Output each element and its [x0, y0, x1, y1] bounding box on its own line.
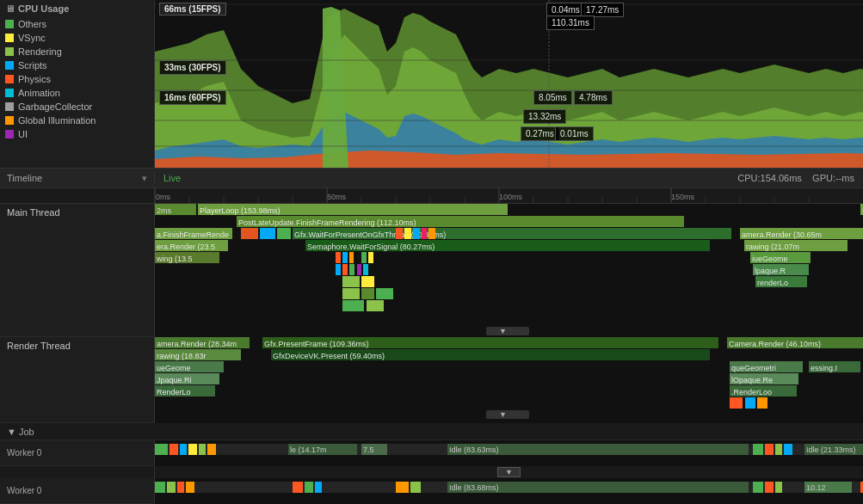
- svg-text:queGeometri: queGeometri: [731, 364, 776, 372]
- render-thread-track[interactable]: amera.Render (28.34m Gfx.PresentFrame (1…: [155, 337, 863, 423]
- svg-text:a.FinishFrameRende: a.FinishFrameRende: [157, 230, 229, 239]
- svg-rect-83: [361, 276, 374, 287]
- time-ruler: 0ms 50ms 100ms 150ms: [0, 188, 863, 204]
- worker0-second-track[interactable]: Idle (83.68ms) 10.12: [155, 478, 863, 504]
- legend-item-animation: Animation: [5, 86, 149, 100]
- svg-text:lpaque.R: lpaque.R: [755, 267, 786, 275]
- ruler-spacer: [0, 188, 155, 203]
- cpu-legend: 🖥 CPU Usage OthersVSyncRenderingScriptsP…: [0, 0, 155, 168]
- svg-rect-128: [170, 444, 178, 455]
- svg-text:▼: ▼: [499, 327, 507, 335]
- worker0-label: Worker 0: [0, 440, 155, 465]
- legend-item-label: Animation: [18, 88, 60, 98]
- svg-text:renderLo: renderLo: [757, 279, 788, 287]
- legend-color-swatch: [5, 34, 14, 42]
- svg-rect-124: [486, 410, 529, 419]
- svg-rect-79: [349, 264, 354, 275]
- timeline-dropdown-icon[interactable]: ▾: [142, 173, 147, 184]
- svg-rect-75: [361, 252, 367, 263]
- svg-rect-86: [376, 288, 393, 299]
- job-label: Job: [19, 427, 34, 437]
- svg-rect-88: [367, 300, 384, 311]
- cpu-usage-panel: 🖥 CPU Usage OthersVSyncRenderingScriptsP…: [0, 0, 863, 168]
- svg-text:rawing (21.07m: rawing (21.07m: [746, 243, 799, 251]
- svg-rect-154: [315, 482, 322, 493]
- svg-rect-85: [361, 288, 374, 299]
- ruler-ticks: 0ms 50ms 100ms 150ms: [155, 188, 863, 203]
- svg-text:lOpaque.Re: lOpaque.Re: [731, 376, 773, 384]
- svg-text:0ms: 0ms: [156, 193, 171, 201]
- svg-rect-78: [342, 264, 348, 275]
- svg-text:RenderLo: RenderLo: [157, 388, 191, 396]
- svg-text:PostLateUpdate.FinishFrameRend: PostLateUpdate.FinishFrameRendering (112…: [238, 218, 416, 227]
- timeline-label[interactable]: Timeline ▾: [0, 173, 155, 184]
- cpu-chart-svg: [155, 0, 863, 168]
- legend-heading: CPU Usage: [18, 3, 69, 14]
- legend-item-label: Others: [18, 19, 46, 29]
- legend-color-swatch: [5, 116, 14, 125]
- svg-rect-46: [241, 228, 258, 239]
- svg-text:essing.I: essing.I: [811, 364, 837, 372]
- svg-text:amera.Render (28.34m: amera.Render (28.34m: [157, 340, 237, 348]
- svg-rect-67: [396, 228, 403, 239]
- legend-color-swatch: [5, 47, 14, 56]
- legend-item-physics: Physics: [5, 72, 149, 86]
- scroll-down-icon[interactable]: ▼: [497, 467, 521, 477]
- svg-text:le (14.17m: le (14.17m: [290, 446, 327, 454]
- svg-text:10.12: 10.12: [806, 483, 826, 492]
- timeline-bar: Timeline ▾ Live CPU:154.06ms GPU:--ms: [0, 168, 863, 188]
- svg-text:PlayerLoop (153.98ms): PlayerLoop (153.98ms): [200, 206, 280, 215]
- svg-rect-73: [342, 252, 348, 263]
- timeline-stats: CPU:154.06ms GPU:--ms: [737, 173, 863, 183]
- svg-text:Idle (21.33ms): Idle (21.33ms): [806, 446, 856, 454]
- svg-rect-69: [413, 228, 420, 239]
- svg-text:Idle (83.68ms): Idle (83.68ms): [449, 483, 499, 492]
- worker-scroll-divider: ▼: [0, 466, 863, 478]
- svg-text:iueGeome: iueGeome: [752, 255, 788, 263]
- legend-item-label: Scripts: [18, 60, 47, 71]
- worker0-second-label: Worker 0: [0, 478, 155, 503]
- svg-rect-80: [357, 264, 361, 275]
- legend-item-others: Others: [5, 17, 149, 31]
- svg-text:.RenderLoo: .RenderLoo: [731, 388, 772, 396]
- svg-rect-122: [745, 397, 755, 409]
- render-thread-name: Render Thread: [7, 341, 71, 351]
- worker0-section: Worker 0 le (14.17m 7.5 Idle (83.63ms): [0, 440, 863, 466]
- svg-text:amera.Render (30.65m: amera.Render (30.65m: [742, 230, 822, 239]
- svg-rect-48: [277, 228, 291, 239]
- svg-rect-153: [305, 482, 313, 493]
- legend-item-garbagecollector: GarbageCollector: [5, 100, 149, 114]
- legend-item-ui: UI: [5, 127, 149, 141]
- svg-rect-82: [342, 276, 360, 287]
- svg-rect-141: [775, 444, 782, 455]
- svg-text:Gfx.PresentFrame (109.36ms): Gfx.PresentFrame (109.36ms): [264, 340, 369, 348]
- cpu-icon: 🖥: [5, 3, 15, 14]
- main-thread-section: Main Thread 2ms PlayerLoop (153.98ms) Pl…: [0, 204, 863, 337]
- legend-item-vsync: VSync: [5, 31, 149, 45]
- worker-scroll-btn[interactable]: ▼: [155, 466, 863, 478]
- svg-rect-142: [784, 444, 792, 455]
- legend-color-swatch: [5, 61, 14, 70]
- svg-rect-139: [753, 444, 763, 455]
- svg-rect-74: [349, 252, 354, 263]
- svg-rect-121: [730, 397, 743, 409]
- job-section-header[interactable]: ▼ Job: [0, 423, 863, 440]
- svg-text:2ms: 2ms: [157, 206, 172, 215]
- timeline-text: Timeline: [7, 173, 42, 183]
- worker0-track[interactable]: le (14.17m 7.5 Idle (83.63ms) Idle (21.3…: [155, 440, 863, 466]
- svg-rect-77: [336, 264, 341, 275]
- svg-rect-71: [428, 228, 435, 239]
- main-thread-track[interactable]: 2ms PlayerLoop (153.98ms) PlayerLoop (72…: [155, 204, 863, 337]
- svg-text:GfxDeviceVK.Present (59.40ms): GfxDeviceVK.Present (59.40ms): [273, 352, 385, 360]
- legend-item-global-illumination: Global Illumination: [5, 114, 149, 127]
- legend-color-swatch: [5, 130, 14, 138]
- legend-item-label: GarbageCollector: [18, 101, 92, 112]
- svg-rect-132: [207, 444, 216, 455]
- svg-rect-156: [410, 482, 421, 493]
- legend-color-swatch: [5, 102, 14, 111]
- svg-text:era.Render (23.5: era.Render (23.5: [157, 243, 215, 251]
- svg-rect-160: [765, 482, 774, 493]
- legend-item-label: VSync: [18, 33, 46, 43]
- legend-item-label: UI: [18, 129, 28, 139]
- timeline-controls: Live: [155, 173, 737, 183]
